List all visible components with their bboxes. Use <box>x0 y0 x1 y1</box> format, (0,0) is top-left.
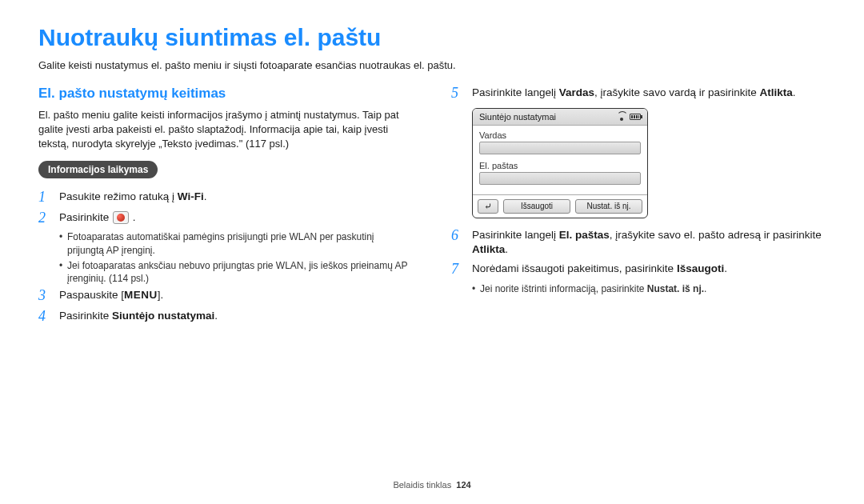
device-email-input[interactable] <box>479 172 641 185</box>
wifi-label: Wi-Fi <box>178 190 204 202</box>
bold-text: Išsaugoti <box>677 262 724 274</box>
section-heading: El. pašto nustatymų keitimas <box>38 86 413 102</box>
step-text: Paspauskite [ <box>59 289 124 301</box>
section-description: El. pašto meniu galite keisti informacij… <box>38 108 413 151</box>
page-footer: Belaidis tinklas 124 <box>0 480 864 490</box>
step-number: 3 <box>38 288 51 304</box>
device-title-text: Siuntėjo nustatymai <box>479 112 556 122</box>
back-arrow-icon: ⤶ <box>484 202 492 211</box>
device-body: Vardas El. paštas <box>473 126 647 194</box>
step-body: Norėdami išsaugoti pakeitimus, pasirinki… <box>472 262 826 276</box>
bold-text: Nustat. iš nj. <box>647 283 704 294</box>
battery-icon <box>630 114 641 120</box>
step-body: Pasirinkite langelį Vardas, įrašykite sa… <box>472 86 826 100</box>
bullet-item: Fotoaparatas automatiškai pamėgins prisi… <box>59 230 413 256</box>
step-text: Pasirinkite <box>59 211 112 223</box>
right-column: 5 Pasirinkite langelį Vardas, įrašykite … <box>451 86 826 330</box>
device-name-input[interactable] <box>479 142 641 154</box>
info-pill: Informacijos laikymas <box>38 161 158 178</box>
step-2-bullets: Fotoaparatas automatiškai pamėgins prisi… <box>59 230 413 285</box>
step-body: Pasirinkite Siuntėjo nustatymai. <box>59 309 413 323</box>
step-text: Pasirinkite langelį <box>472 86 559 98</box>
step-1: 1 Pasukite režimo ratuką į Wi-Fi. <box>38 190 413 206</box>
bullet-item: Jei norite ištrinti informaciją, pasirin… <box>472 282 826 295</box>
step-body: Pasukite režimo ratuką į Wi-Fi. <box>59 190 413 204</box>
device-screenshot: Siuntėjo nustatymai Vardas El. paštas ⤶ … <box>472 108 648 218</box>
step-body: Pasirinkite . <box>59 210 413 225</box>
bullet-item: Jei fotoaparatas anksčiau nebuvo prijung… <box>59 259 413 285</box>
step-text: , įrašykite savo vardą ir pasirinkite <box>594 86 759 98</box>
step-body: Pasirinkite langelį El. paštas, įrašykit… <box>472 228 826 257</box>
device-status-icons <box>617 113 641 121</box>
step-number: 2 <box>38 210 51 226</box>
page-title: Nuotraukų siuntimas el. paštu <box>38 24 826 51</box>
bold-text: Siuntėjo nustatymai <box>112 310 214 322</box>
device-footer: ⤶ Išsaugoti Nustat. iš nj. <box>473 194 647 218</box>
step-text: Pasirinkite langelį <box>472 229 559 241</box>
bold-text: Atlikta <box>759 86 792 98</box>
bold-text: Atlikta <box>472 243 505 255</box>
step-7: 7 Norėdami išsaugoti pakeitimus, pasirin… <box>451 262 826 278</box>
device-field-label-email: El. paštas <box>479 161 641 170</box>
bullet-text: Jei norite ištrinti informaciją, pasirin… <box>480 283 647 294</box>
device-save-button[interactable]: Išsaugoti <box>503 199 570 214</box>
intro-text: Galite keisti nustatymus el. pašto meniu… <box>38 59 826 71</box>
step-number: 7 <box>451 262 464 278</box>
step-5: 5 Pasirinkite langelį Vardas, įrašykite … <box>451 86 826 102</box>
step-text: Pasirinkite <box>59 310 112 322</box>
step-2: 2 Pasirinkite . <box>38 210 413 226</box>
email-icon <box>113 211 129 224</box>
step-7-bullets: Jei norite ištrinti informaciją, pasirin… <box>472 282 826 295</box>
bold-text: Vardas <box>559 86 594 98</box>
device-back-button[interactable]: ⤶ <box>478 199 498 214</box>
left-column: El. pašto nustatymų keitimas El. pašto m… <box>38 86 413 330</box>
step-text: Pasukite režimo ratuką į <box>59 190 178 202</box>
menu-button-label: MENU <box>124 289 158 301</box>
footer-section: Belaidis tinklas <box>393 480 451 490</box>
step-number: 4 <box>38 309 51 325</box>
step-6: 6 Pasirinkite langelį El. paštas, įrašyk… <box>451 228 826 257</box>
step-text: , įrašykite savo el. pašto adresą ir pas… <box>610 229 822 241</box>
step-text: ]. <box>158 289 164 301</box>
step-3: 3 Paspauskite [MENU]. <box>38 288 413 304</box>
bold-text: El. paštas <box>559 229 610 241</box>
step-body: Paspauskite [MENU]. <box>59 288 413 302</box>
footer-page-number: 124 <box>456 480 470 490</box>
two-column-layout: El. pašto nustatymų keitimas El. pašto m… <box>38 86 826 330</box>
step-number: 1 <box>38 190 51 206</box>
step-text: Norėdami išsaugoti pakeitimus, pasirinki… <box>472 262 677 274</box>
step-4: 4 Pasirinkite Siuntėjo nustatymai. <box>38 309 413 325</box>
device-titlebar: Siuntėjo nustatymai <box>473 109 647 126</box>
device-reset-button[interactable]: Nustat. iš nj. <box>575 199 642 214</box>
step-number: 6 <box>451 228 464 244</box>
device-field-label-name: Vardas <box>479 130 641 140</box>
step-number: 5 <box>451 86 464 102</box>
wifi-icon <box>617 113 626 121</box>
